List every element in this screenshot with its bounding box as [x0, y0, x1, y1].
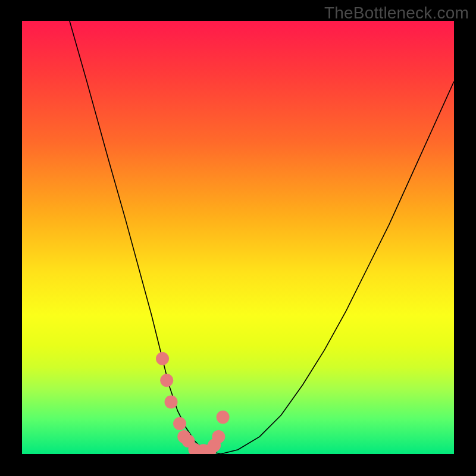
bottleneck-curve	[70, 21, 454, 454]
highlight-dot	[165, 396, 178, 409]
highlight-dot	[160, 374, 173, 387]
highlight-dot	[173, 417, 186, 430]
highlight-dot	[212, 430, 225, 443]
chart-frame: TheBottleneck.com	[0, 0, 476, 476]
highlight-markers	[156, 352, 230, 454]
curve-svg	[22, 21, 454, 454]
watermark-label: TheBottleneck.com	[324, 4, 469, 23]
highlight-dot	[217, 411, 230, 424]
plot-area	[22, 21, 454, 454]
highlight-dot	[156, 352, 169, 365]
